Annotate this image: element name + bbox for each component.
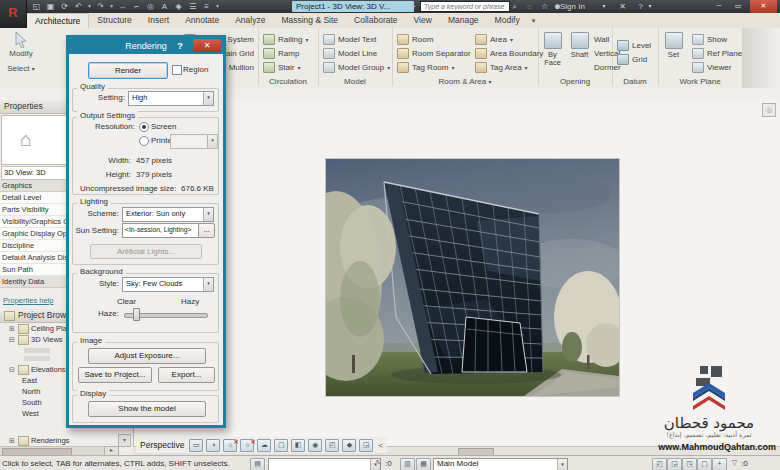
section-icon[interactable]: ☰ (186, 1, 199, 12)
undo-icon[interactable]: ↶ (72, 1, 85, 12)
navigation-bar-icon[interactable]: ◎ (762, 103, 776, 117)
favorites-star-icon[interactable]: ☆ (538, 1, 551, 12)
exchange-apps-icon[interactable]: ✕ (616, 1, 629, 12)
chevron-down-icon[interactable]: ▾ (203, 278, 213, 291)
dialog-close-button[interactable]: ✕ (193, 39, 221, 52)
infocenter-search-input[interactable] (420, 1, 510, 12)
design-option-combo[interactable]: Main Model▾ (433, 458, 568, 470)
shadows-icon[interactable]: ☼✕ (240, 439, 254, 452)
chevron-down-icon[interactable]: ▾ (203, 208, 213, 221)
dialog-help-icon[interactable]: ? (174, 38, 186, 54)
chevron-down-icon[interactable]: ▾ (203, 92, 213, 105)
sun-path-icon[interactable]: ☼✕ (223, 439, 237, 452)
dialog-title-bar[interactable]: Rendering ? ✕ (69, 38, 223, 54)
chevron-down-icon[interactable]: ▾ (32, 66, 35, 72)
tree-expand-icon[interactable]: ⊞ (8, 437, 16, 445)
sync-icon[interactable]: ⟳ (58, 1, 71, 12)
tab-structure[interactable]: Structure (89, 13, 140, 28)
tab-collaborate[interactable]: Collaborate (346, 13, 405, 28)
exclude-options-icon[interactable]: ◰ (652, 458, 667, 470)
redo-dropdown-icon[interactable]: ▾ (108, 1, 115, 12)
chevron-down-icon[interactable]: ▾ (297, 64, 300, 71)
undo-dropdown-icon[interactable]: ▾ (86, 1, 93, 12)
background-style-dropdown[interactable]: Sky: Few Clouds▾ (122, 277, 214, 292)
modify-cursor-icon[interactable] (14, 32, 28, 48)
default-3d-view-icon[interactable]: ◈ (172, 1, 185, 12)
chevron-down-icon[interactable]: ▾ (510, 36, 513, 43)
show-the-model-button[interactable]: Show the model (88, 401, 206, 417)
visual-style-icon[interactable]: ◑ (206, 439, 220, 452)
sign-in-dropdown-icon[interactable]: ▾ (600, 1, 608, 12)
rendering-dialog-icon[interactable]: ☁ (257, 439, 271, 452)
tree-collapse-icon[interactable]: ⊟ (8, 336, 16, 344)
worksharing-icon[interactable]: ▤ (250, 458, 265, 470)
subscription-icon[interactable]: ◌ (523, 1, 536, 12)
editable-only-icon[interactable]: ◳ (682, 458, 697, 470)
minimize-button[interactable]: ─ (710, 0, 728, 13)
tab-insert[interactable]: Insert (140, 13, 177, 28)
filter-icon[interactable]: ▽ (728, 458, 741, 469)
haze-slider-thumb[interactable] (133, 308, 140, 321)
model-text-button[interactable]: Model Text (318, 32, 392, 46)
chevron-down-icon[interactable]: ▾ (557, 459, 567, 470)
panel-label-room-area[interactable]: Room & Area ▾ (392, 77, 538, 86)
grid-button[interactable]: Grid (612, 52, 658, 66)
press-drag-icon[interactable]: ◲ (667, 458, 682, 470)
title-expand-icon[interactable]: ▸ (412, 2, 416, 10)
measure-icon[interactable]: ↔ (116, 1, 129, 12)
model-group-button[interactable]: Model Group▾ (318, 60, 392, 74)
crop-region-visibility-icon[interactable]: ◧ (291, 439, 305, 452)
tab-analyze[interactable]: Analyze (227, 13, 273, 28)
opening-vertical-button[interactable]: Vertical (592, 46, 612, 60)
chevron-down-icon[interactable]: ▾ (387, 64, 390, 71)
select-dropdown[interactable]: Select (7, 64, 29, 73)
locked-3d-view-icon[interactable]: ◉ (308, 439, 322, 452)
tab-annotate[interactable]: Annotate (177, 13, 227, 28)
workset-combo[interactable]: ▾ (268, 458, 381, 470)
reveal-hidden-elements-icon[interactable]: ◆ (342, 439, 356, 452)
browser-scroll-down-icon[interactable]: ▾ (118, 434, 131, 447)
close-button[interactable]: ✕ (750, 0, 777, 13)
opening-wall-button[interactable]: Wall (592, 32, 612, 46)
sun-setting-value[interactable]: <In-session, Lighting> (122, 223, 200, 238)
aligned-dimension-icon[interactable]: ⌐ (130, 1, 143, 12)
tree-expand-icon[interactable]: ⊞ (8, 325, 16, 333)
opening-by-face-button[interactable]: By Face (539, 30, 566, 67)
room-button[interactable]: Room (392, 32, 470, 46)
save-icon[interactable]: ▣ (44, 1, 57, 12)
tag-icon[interactable]: ◎ (144, 1, 157, 12)
chevron-down-icon[interactable]: ▾ (488, 79, 491, 85)
customize-qat-icon[interactable]: ▾ (214, 1, 221, 12)
open-file-icon[interactable]: ◱ (30, 1, 43, 12)
ref-plane-button[interactable]: Ref Plane (690, 46, 742, 60)
design-options-icon[interactable]: ▦ (416, 458, 431, 470)
quality-setting-dropdown[interactable]: High▾ (128, 91, 214, 106)
work-plane-show-button[interactable]: Show (690, 32, 742, 46)
tab-massing-site[interactable]: Massing & Site (273, 13, 346, 28)
save-to-project-button[interactable]: Save to Project... (78, 367, 152, 383)
printer-radio[interactable] (139, 136, 149, 146)
level-button[interactable]: Level (612, 38, 658, 52)
area-button[interactable]: Area▾ (470, 32, 538, 46)
temporary-hide-isolate-icon[interactable]: ◰ (325, 439, 339, 452)
chevron-down-icon[interactable]: ▾ (305, 36, 308, 43)
tree-collapse-icon[interactable]: ⊟ (8, 366, 16, 374)
maximize-button[interactable]: ▭ (729, 0, 747, 13)
ribbon-display-toggle-icon[interactable]: ▾ (532, 13, 536, 28)
chevron-down-icon[interactable]: ▾ (525, 64, 528, 71)
tag-room-button[interactable]: Tag Room▾ (392, 60, 470, 74)
room-separator-button[interactable]: Room Separator (392, 46, 470, 60)
render-button[interactable]: Render (88, 62, 168, 79)
editing-requests-icon[interactable]: ✎ (372, 458, 385, 469)
work-plane-set-button[interactable]: Set (660, 30, 687, 59)
tab-modify[interactable]: Modify (487, 13, 528, 28)
tab-architecture[interactable]: Architecture (26, 13, 89, 28)
redo-icon[interactable]: ↷ (94, 1, 107, 12)
view-scale-label[interactable]: Perspective (140, 440, 184, 450)
export-button[interactable]: Export... (158, 367, 215, 383)
collapse-view-bar-icon[interactable]: < (378, 441, 383, 450)
area-boundary-button[interactable]: Area Boundary (470, 46, 538, 60)
model-line-button[interactable]: Model Line (318, 46, 392, 60)
adjust-exposure-button[interactable]: Adjust Exposure... (88, 348, 206, 364)
browser-horizontal-scrollbar[interactable] (0, 446, 104, 455)
